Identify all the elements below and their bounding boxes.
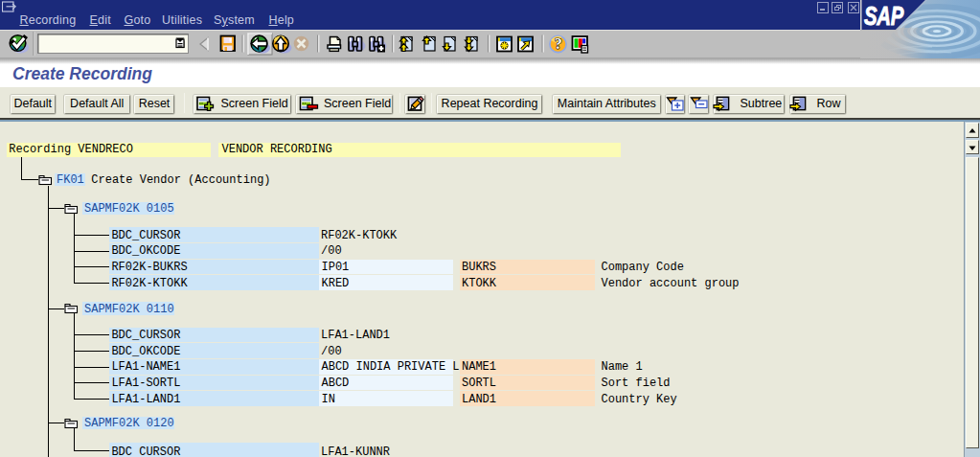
svg-text:SAP: SAP: [864, 0, 904, 30]
svg-text:?: ?: [555, 35, 562, 52]
